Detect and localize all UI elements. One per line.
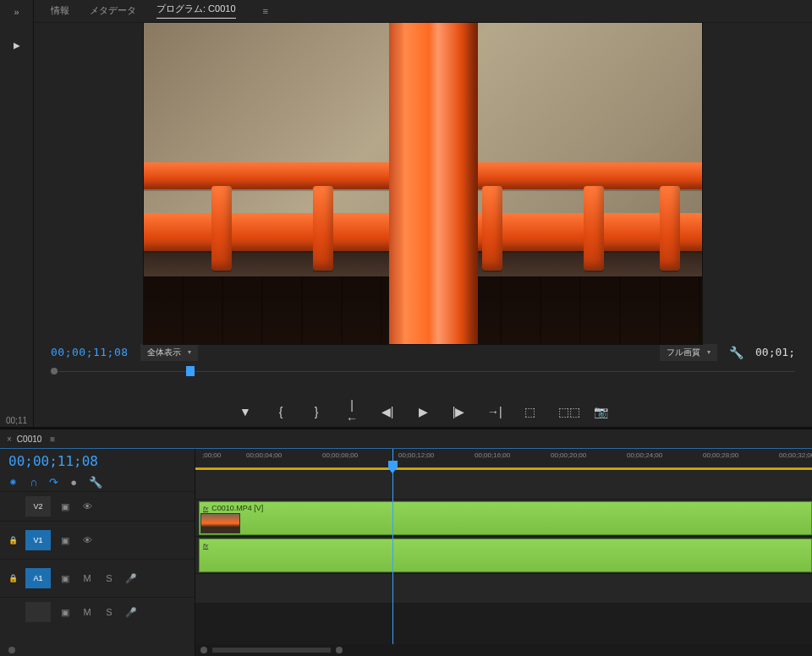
toggle-output-icon[interactable]: ▣ bbox=[58, 571, 73, 586]
magnet-icon[interactable]: ∩ bbox=[30, 476, 37, 489]
track-header-v2[interactable]: V2 ▣ 👁 bbox=[0, 491, 195, 521]
extract-icon[interactable]: ⬚⬚ bbox=[558, 405, 572, 418]
out-point-icon[interactable]: } bbox=[310, 405, 323, 418]
snap-icon[interactable]: ⁕ bbox=[8, 476, 18, 489]
playhead[interactable] bbox=[392, 449, 393, 656]
tab-info[interactable]: 情報 bbox=[51, 4, 69, 17]
panel-tab-bar: 情報 メタデータ プログラム: C0010 ≡ bbox=[34, 0, 812, 23]
step-back-icon[interactable]: ◀| bbox=[381, 405, 394, 418]
settings-wrench-icon[interactable]: 🔧 bbox=[729, 346, 743, 359]
mute-m-icon[interactable]: M bbox=[80, 571, 95, 586]
track-label-v2[interactable]: V2 bbox=[25, 496, 51, 517]
go-to-in-icon[interactable]: |← bbox=[345, 398, 359, 425]
timeline-tracks-area[interactable]: ;00;00 00;00;04;00 00;00;08;00 00;00;12;… bbox=[195, 449, 812, 656]
linked-selection-icon[interactable]: ↷ bbox=[49, 476, 58, 489]
track-label-a1[interactable]: A1 bbox=[25, 568, 51, 588]
export-frame-icon[interactable]: 📷 bbox=[594, 405, 607, 418]
play-icon[interactable]: ▶ bbox=[416, 405, 430, 418]
viewer-controls: 00;00;11;08 全体表示▾ フル画質▾ 🔧 00;01; bbox=[34, 344, 812, 397]
track-label-v1[interactable]: V1 bbox=[25, 530, 51, 550]
playhead-handle-icon[interactable] bbox=[388, 461, 398, 468]
program-monitor-panel: 情報 メタデータ プログラム: C0010 ≡ 00;00;11;08 bbox=[34, 0, 812, 427]
left-sidebar: » ▶ 00;11 bbox=[0, 0, 34, 427]
lock-icon[interactable]: 🔒 bbox=[7, 536, 19, 544]
track-header-v1[interactable]: 🔒 V1 ▣ 👁 bbox=[0, 521, 195, 559]
zoom-handle-right[interactable] bbox=[336, 647, 343, 653]
timeline-tab-bar: × C0010 ≡ bbox=[0, 429, 812, 449]
zoom-handle-left[interactable] bbox=[200, 647, 207, 653]
close-tab-icon[interactable]: × bbox=[7, 435, 12, 444]
clip-thumbnail bbox=[200, 513, 240, 533]
timeline-menu-icon[interactable]: ≡ bbox=[50, 435, 55, 444]
video-clip[interactable]: fxC0010.MP4 [V] bbox=[199, 501, 812, 535]
expand-chevron-icon[interactable]: » bbox=[14, 7, 19, 17]
zoom-bar[interactable] bbox=[212, 648, 331, 653]
mute-m-icon[interactable]: M bbox=[80, 604, 95, 620]
left-timecode-fragment: 00;11 bbox=[6, 416, 27, 425]
sequence-tab[interactable]: C0010 bbox=[17, 435, 41, 444]
video-preview[interactable] bbox=[144, 23, 702, 344]
voiceover-mic-icon[interactable]: 🎤 bbox=[123, 571, 139, 586]
disclosure-triangle-icon[interactable]: ▶ bbox=[14, 41, 20, 50]
marker-tool-icon[interactable]: ● bbox=[70, 476, 77, 489]
chevron-down-icon: ▾ bbox=[707, 348, 710, 356]
eye-icon[interactable]: 👁 bbox=[80, 499, 95, 514]
step-forward-icon[interactable]: |▶ bbox=[452, 405, 465, 418]
quality-dropdown[interactable]: フル画質▾ bbox=[660, 344, 717, 361]
toggle-output-icon[interactable]: ▣ bbox=[58, 604, 73, 620]
audio-clip[interactable]: fx bbox=[199, 538, 812, 572]
track-label-a2[interactable] bbox=[25, 602, 51, 622]
tab-metadata[interactable]: メタデータ bbox=[90, 4, 136, 17]
viewer-scrub-bar[interactable] bbox=[51, 366, 795, 378]
track-lane-a1[interactable]: fx bbox=[195, 536, 812, 574]
transport-controls: ▼ { } |← ◀| ▶ |▶ →| ⬚ ⬚⬚ 📷 bbox=[34, 397, 812, 427]
lift-icon[interactable]: ⬚ bbox=[523, 405, 536, 418]
solo-s-icon[interactable]: S bbox=[102, 604, 117, 620]
timeline-left-scroll[interactable] bbox=[0, 644, 195, 656]
tab-program[interactable]: プログラム: C0010 bbox=[156, 3, 236, 19]
track-header-a1[interactable]: 🔒 A1 ▣ M S 🎤 bbox=[0, 559, 195, 597]
viewer-area bbox=[34, 23, 812, 344]
track-lane-a2[interactable] bbox=[195, 573, 812, 603]
duration-timecode: 00;01; bbox=[755, 346, 795, 358]
lock-icon[interactable]: 🔒 bbox=[7, 574, 19, 582]
time-ruler[interactable]: ;00;00 00;00;04;00 00;00;08;00 00;00;12;… bbox=[195, 449, 812, 468]
track-header-a2[interactable]: ▣ M S 🎤 bbox=[0, 597, 195, 626]
solo-s-icon[interactable]: S bbox=[102, 571, 117, 586]
toggle-output-icon[interactable]: ▣ bbox=[58, 533, 73, 548]
marker-icon[interactable]: ▼ bbox=[239, 405, 252, 418]
fx-badge-icon[interactable]: fx bbox=[203, 505, 208, 512]
track-lane-v1[interactable]: fxC0010.MP4 [V] bbox=[195, 499, 812, 537]
track-lane-v2[interactable] bbox=[195, 470, 812, 500]
toggle-output-icon[interactable]: ▣ bbox=[58, 499, 73, 514]
timeline-track-headers: 00;00;11;08 ⁕ ∩ ↷ ● 🔧 V2 ▣ 👁 🔒 V1 ▣ 👁 bbox=[0, 449, 195, 656]
in-point-icon[interactable]: { bbox=[274, 405, 288, 418]
settings-wrench-icon[interactable]: 🔧 bbox=[89, 476, 102, 489]
go-to-out-icon[interactable]: →| bbox=[487, 405, 501, 418]
eye-icon[interactable]: 👁 bbox=[80, 533, 95, 548]
timeline-timecode[interactable]: 00;00;11;08 bbox=[8, 453, 98, 469]
timeline-zoom-scroll[interactable] bbox=[195, 644, 812, 656]
fx-badge-icon[interactable]: fx bbox=[203, 542, 208, 549]
chevron-down-icon: ▾ bbox=[188, 348, 191, 356]
current-timecode[interactable]: 00;00;11;08 bbox=[51, 346, 129, 358]
voiceover-mic-icon[interactable]: 🎤 bbox=[123, 604, 139, 620]
panel-menu-icon[interactable]: ≡ bbox=[263, 6, 269, 16]
timeline-tool-row: ⁕ ∩ ↷ ● 🔧 bbox=[0, 473, 195, 491]
zoom-dropdown[interactable]: 全体表示▾ bbox=[140, 344, 198, 361]
timeline-panel: × C0010 ≡ 00;00;11;08 ⁕ ∩ ↷ ● 🔧 V2 ▣ 👁 🔒… bbox=[0, 429, 812, 656]
scrub-handle[interactable] bbox=[186, 366, 195, 376]
